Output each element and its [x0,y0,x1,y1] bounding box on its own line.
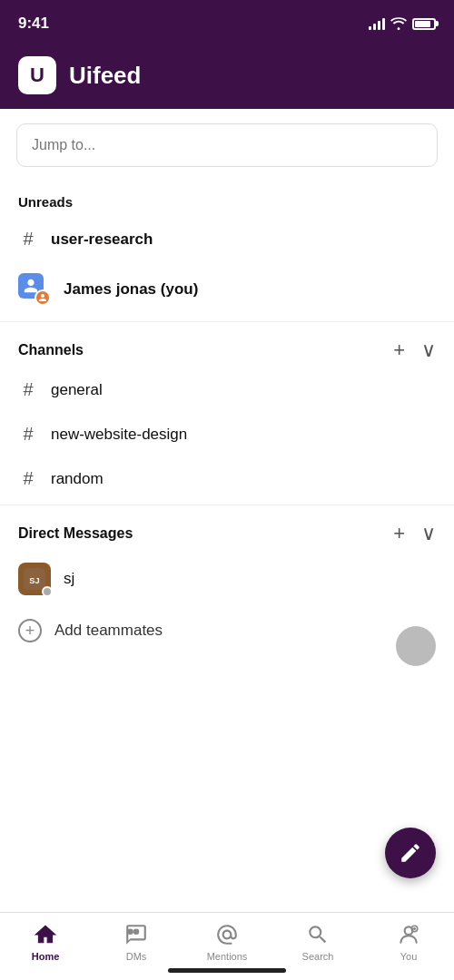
add-teammates-label: Add teammates [54,622,163,640]
unread-channel-item[interactable]: # user-research [0,217,454,261]
tab-search[interactable]: Search [286,922,350,962]
tab-home[interactable]: Home [14,922,77,962]
svg-text:SJ: SJ [29,576,39,585]
online-dot [42,586,53,597]
channel-general-name: general [51,381,103,399]
channel-general[interactable]: # general [0,368,454,412]
hash-icon: # [18,229,38,250]
status-time: 9:41 [18,15,49,33]
unread-channel-name: user-research [51,230,153,249]
dm-sj[interactable]: SJ sj [0,551,454,607]
you-icon [396,922,421,947]
status-icons [369,17,436,30]
tab-home-label: Home [32,951,60,962]
unread-dm-name: James jonas (you) [64,280,198,299]
status-bar: 9:41 [0,0,454,45]
channel-new-website-design[interactable]: # new-website-design [0,412,454,456]
unreads-label: Unreads [0,181,454,217]
dm-sj-name: sj [64,570,74,588]
tab-search-label: Search [302,951,334,962]
channel-random-name: random [51,470,104,488]
dm-add-button[interactable]: + [393,524,405,544]
channels-actions: + ∨ [393,340,436,360]
wifi-icon [390,17,407,30]
app-title: Uifeed [69,62,141,90]
hash-icon: # [18,424,38,445]
tab-dms[interactable]: DMs [104,922,168,962]
channels-add-button[interactable]: + [393,340,405,360]
hash-icon: # [18,468,38,489]
unread-dm-item[interactable]: James jonas (you) [0,261,454,318]
mentions-icon [214,922,240,947]
app-header: U Uifeed [0,45,454,109]
channel-new-website-design-name: new-website-design [51,426,187,444]
divider-2 [0,505,454,505]
hash-icon: # [18,379,38,400]
channels-header: Channels + ∨ [0,326,454,368]
tab-you[interactable]: You [377,922,440,962]
divider-1 [0,321,454,322]
channels-label: Channels [18,342,84,358]
home-bar [168,968,286,973]
scroll-indicator [396,626,436,666]
channel-random[interactable]: # random [0,456,454,501]
content-area: Unreads # user-research James jonas (you… [0,109,454,745]
dm-sj-avatar: SJ [18,563,51,595]
tab-you-label: You [400,951,418,962]
dm-collapse-button[interactable]: ∨ [421,524,436,544]
home-icon [33,922,58,947]
search-icon [305,922,331,947]
james-avatar [18,273,51,306]
signal-icon [369,17,385,30]
app-logo: U [18,56,56,94]
dm-label: Direct Messages [18,525,133,542]
compose-fab[interactable] [385,828,436,878]
tab-mentions-label: Mentions [207,951,248,962]
battery-icon [412,18,436,30]
jump-to-input[interactable] [16,123,438,167]
dms-icon [123,922,149,947]
add-teammates-item[interactable]: + Add teammates [0,607,454,654]
dm-actions: + ∨ [393,524,436,544]
tab-mentions[interactable]: Mentions [195,922,259,962]
channels-collapse-button[interactable]: ∨ [421,340,436,360]
tab-dms-label: DMs [126,951,147,962]
jump-to-container [0,109,454,181]
dm-header: Direct Messages + ∨ [0,509,454,551]
add-teammates-icon: + [18,619,42,642]
